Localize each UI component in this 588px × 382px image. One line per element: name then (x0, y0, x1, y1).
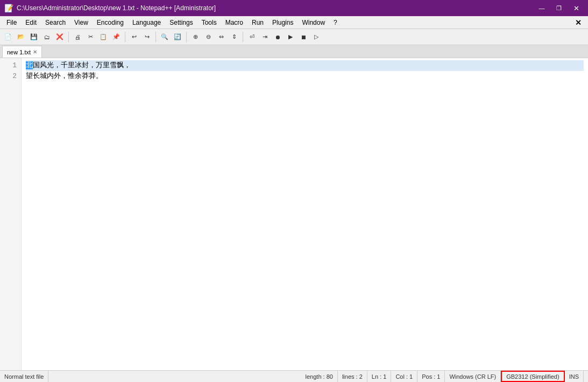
selected-text: 北 (26, 61, 33, 69)
tb-replace[interactable]: 🔄 (172, 31, 183, 43)
status-ln: Ln : 1 (367, 371, 392, 382)
app-icon: 📝 (4, 4, 13, 12)
tb-indent[interactable]: ⇥ (259, 31, 271, 43)
status-file-type: Normal text file (4, 371, 48, 382)
title-bar: 📝 C:\Users\Administrator\Desktop\new 1.t… (0, 0, 588, 16)
tb-cut[interactable]: ✂ (84, 31, 96, 43)
menu-file[interactable]: File (2, 18, 21, 27)
minimize-button[interactable]: — (534, 3, 549, 13)
tab-close-button[interactable]: ✕ (33, 49, 37, 55)
close-button[interactable]: ✕ (569, 3, 584, 13)
tb-sep-2 (125, 32, 125, 43)
status-insert-mode: INS (565, 371, 584, 382)
tb-zoom-out[interactable]: ⊖ (202, 31, 214, 43)
tb-sep-5 (243, 32, 243, 43)
tb-paste[interactable]: 📌 (110, 31, 122, 43)
menu-view[interactable]: View (70, 18, 93, 27)
menu-bar: File Edit Search View Encoding Language … (0, 16, 588, 29)
menu-macro[interactable]: Macro (221, 18, 247, 27)
tab-file[interactable]: new 1.txt ✕ (2, 46, 42, 58)
tb-sync-h[interactable]: ⇔ (215, 31, 227, 43)
editor-line-1: 北国风光，千里冰封，万里雪飘， (26, 60, 584, 71)
tb-new[interactable]: 📄 (2, 31, 14, 43)
line-number-2: 2 (4, 71, 17, 82)
menu-tools[interactable]: Tools (197, 18, 221, 27)
tb-sep-1 (68, 32, 69, 43)
menu-run[interactable]: Run (247, 18, 268, 27)
tb-macro-play[interactable]: ▶ (285, 31, 296, 43)
tb-wrap[interactable]: ⏎ (246, 31, 258, 43)
menu-edit[interactable]: Edit (21, 18, 41, 27)
tb-print[interactable]: 🖨 (72, 31, 83, 43)
tb-copy[interactable]: 📋 (97, 31, 109, 43)
status-pos: Pos : 1 (417, 371, 445, 382)
tb-close[interactable]: ❌ (54, 31, 66, 43)
status-lines: lines : 2 (338, 371, 367, 382)
menu-close-button[interactable]: ✕ (571, 18, 586, 27)
menu-language[interactable]: Language (128, 18, 165, 27)
menu-settings[interactable]: Settings (165, 18, 197, 27)
editor-line-2: 望长城内外，惟余莽莽。 (26, 71, 584, 82)
status-bar: Normal text file length : 80 lines : 2 L… (0, 370, 588, 382)
tb-macro-stop[interactable]: ⏹ (297, 31, 309, 43)
menu-plugins[interactable]: Plugins (268, 18, 297, 27)
window-controls: — ❐ ✕ (534, 3, 584, 13)
status-encoding: GB2312 (Simplified) (501, 371, 564, 382)
tb-sep-3 (155, 32, 156, 43)
tb-zoom-in[interactable]: ⊕ (189, 31, 201, 43)
restore-button[interactable]: ❐ (551, 3, 566, 13)
window-title: C:\Users\Administrator\Desktop\new 1.txt… (17, 4, 534, 12)
tab-bar: new 1.txt ✕ (0, 45, 588, 58)
menu-search[interactable]: Search (41, 18, 70, 27)
editor-container: 1 2 北国风光，千里冰封，万里雪飘， 望长城内外，惟余莽莽。 (0, 58, 588, 370)
toolbar: 📄 📂 💾 🗂 ❌ 🖨 ✂ 📋 📌 ↩ ↪ 🔍 🔄 ⊕ ⊖ ⇔ ⇕ ⏎ ⇥ ⏺ … (0, 29, 588, 45)
line-number-1: 1 (4, 60, 17, 71)
menu-help[interactable]: ? (329, 18, 342, 27)
tb-run[interactable]: ▷ (310, 31, 322, 43)
status-length: length : 80 (301, 371, 338, 382)
tb-find[interactable]: 🔍 (159, 31, 171, 43)
menu-encoding[interactable]: Encoding (93, 18, 128, 27)
status-line-ending: Windows (CR LF) (445, 371, 501, 382)
tb-open[interactable]: 📂 (15, 31, 27, 43)
menu-window[interactable]: Window (297, 18, 329, 27)
editor-content[interactable]: 北国风光，千里冰封，万里雪飘， 望长城内外，惟余莽莽。 (22, 58, 588, 370)
tb-sep-4 (186, 32, 187, 43)
tb-macro-rec[interactable]: ⏺ (272, 31, 284, 43)
line-numbers: 1 2 (0, 58, 22, 370)
tb-undo[interactable]: ↩ (128, 31, 140, 43)
tb-sync-v[interactable]: ⇕ (228, 31, 240, 43)
tb-redo[interactable]: ↪ (141, 31, 153, 43)
tb-save-all[interactable]: 🗂 (41, 31, 53, 43)
tb-save[interactable]: 💾 (28, 31, 40, 43)
tab-label: new 1.txt (7, 49, 31, 55)
status-col: Col : 1 (391, 371, 417, 382)
